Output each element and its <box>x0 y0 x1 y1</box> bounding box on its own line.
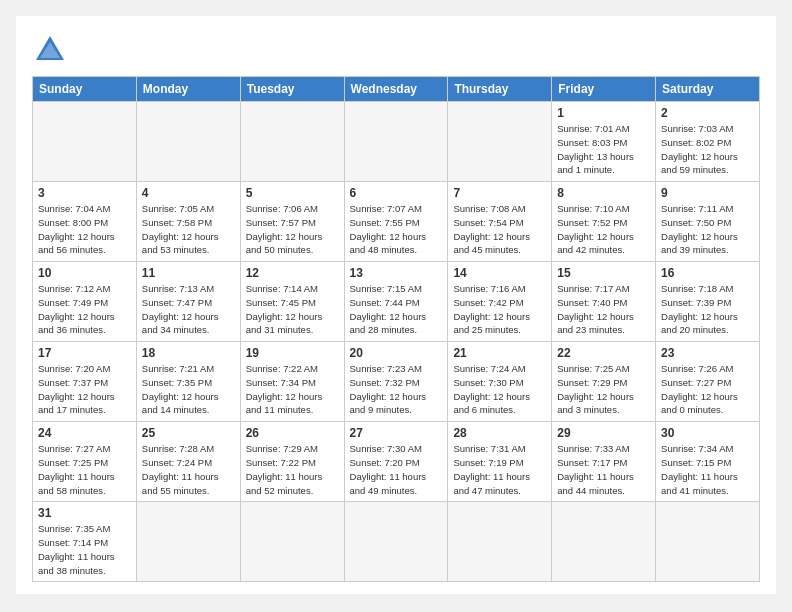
calendar-cell: 21Sunrise: 7:24 AM Sunset: 7:30 PM Dayli… <box>448 342 552 422</box>
sun-info: Sunrise: 7:16 AM Sunset: 7:42 PM Dayligh… <box>453 282 546 337</box>
sun-info: Sunrise: 7:17 AM Sunset: 7:40 PM Dayligh… <box>557 282 650 337</box>
calendar-week-row: 17Sunrise: 7:20 AM Sunset: 7:37 PM Dayli… <box>33 342 760 422</box>
calendar-cell: 15Sunrise: 7:17 AM Sunset: 7:40 PM Dayli… <box>552 262 656 342</box>
weekday-header: Thursday <box>448 77 552 102</box>
calendar-cell: 12Sunrise: 7:14 AM Sunset: 7:45 PM Dayli… <box>240 262 344 342</box>
calendar-cell: 20Sunrise: 7:23 AM Sunset: 7:32 PM Dayli… <box>344 342 448 422</box>
day-number: 18 <box>142 346 235 360</box>
calendar-cell: 16Sunrise: 7:18 AM Sunset: 7:39 PM Dayli… <box>656 262 760 342</box>
weekday-header: Monday <box>136 77 240 102</box>
day-number: 1 <box>557 106 650 120</box>
calendar-cell <box>136 502 240 582</box>
calendar-cell: 1Sunrise: 7:01 AM Sunset: 8:03 PM Daylig… <box>552 102 656 182</box>
day-number: 14 <box>453 266 546 280</box>
day-number: 29 <box>557 426 650 440</box>
day-number: 6 <box>350 186 443 200</box>
logo-icon <box>32 32 68 68</box>
calendar-week-row: 31Sunrise: 7:35 AM Sunset: 7:14 PM Dayli… <box>33 502 760 582</box>
sun-info: Sunrise: 7:30 AM Sunset: 7:20 PM Dayligh… <box>350 442 443 497</box>
sun-info: Sunrise: 7:08 AM Sunset: 7:54 PM Dayligh… <box>453 202 546 257</box>
logo <box>32 32 74 68</box>
sun-info: Sunrise: 7:07 AM Sunset: 7:55 PM Dayligh… <box>350 202 443 257</box>
sun-info: Sunrise: 7:35 AM Sunset: 7:14 PM Dayligh… <box>38 522 131 577</box>
day-number: 21 <box>453 346 546 360</box>
calendar-cell <box>552 502 656 582</box>
calendar-cell: 25Sunrise: 7:28 AM Sunset: 7:24 PM Dayli… <box>136 422 240 502</box>
calendar-cell <box>240 102 344 182</box>
sun-info: Sunrise: 7:23 AM Sunset: 7:32 PM Dayligh… <box>350 362 443 417</box>
calendar-cell: 7Sunrise: 7:08 AM Sunset: 7:54 PM Daylig… <box>448 182 552 262</box>
weekday-header: Wednesday <box>344 77 448 102</box>
calendar-cell: 23Sunrise: 7:26 AM Sunset: 7:27 PM Dayli… <box>656 342 760 422</box>
day-number: 4 <box>142 186 235 200</box>
calendar-week-row: 24Sunrise: 7:27 AM Sunset: 7:25 PM Dayli… <box>33 422 760 502</box>
sun-info: Sunrise: 7:01 AM Sunset: 8:03 PM Dayligh… <box>557 122 650 177</box>
calendar-cell: 17Sunrise: 7:20 AM Sunset: 7:37 PM Dayli… <box>33 342 137 422</box>
sun-info: Sunrise: 7:21 AM Sunset: 7:35 PM Dayligh… <box>142 362 235 417</box>
calendar-cell: 26Sunrise: 7:29 AM Sunset: 7:22 PM Dayli… <box>240 422 344 502</box>
day-number: 31 <box>38 506 131 520</box>
weekday-header: Tuesday <box>240 77 344 102</box>
day-number: 11 <box>142 266 235 280</box>
calendar-cell <box>33 102 137 182</box>
sun-info: Sunrise: 7:33 AM Sunset: 7:17 PM Dayligh… <box>557 442 650 497</box>
day-number: 9 <box>661 186 754 200</box>
sun-info: Sunrise: 7:34 AM Sunset: 7:15 PM Dayligh… <box>661 442 754 497</box>
weekday-header: Saturday <box>656 77 760 102</box>
sun-info: Sunrise: 7:18 AM Sunset: 7:39 PM Dayligh… <box>661 282 754 337</box>
day-number: 28 <box>453 426 546 440</box>
sun-info: Sunrise: 7:20 AM Sunset: 7:37 PM Dayligh… <box>38 362 131 417</box>
day-number: 12 <box>246 266 339 280</box>
calendar-cell <box>448 102 552 182</box>
calendar-week-row: 10Sunrise: 7:12 AM Sunset: 7:49 PM Dayli… <box>33 262 760 342</box>
day-number: 3 <box>38 186 131 200</box>
sun-info: Sunrise: 7:03 AM Sunset: 8:02 PM Dayligh… <box>661 122 754 177</box>
calendar-cell <box>448 502 552 582</box>
calendar-cell: 19Sunrise: 7:22 AM Sunset: 7:34 PM Dayli… <box>240 342 344 422</box>
day-number: 20 <box>350 346 443 360</box>
calendar-cell: 31Sunrise: 7:35 AM Sunset: 7:14 PM Dayli… <box>33 502 137 582</box>
calendar-cell: 27Sunrise: 7:30 AM Sunset: 7:20 PM Dayli… <box>344 422 448 502</box>
day-number: 13 <box>350 266 443 280</box>
sun-info: Sunrise: 7:22 AM Sunset: 7:34 PM Dayligh… <box>246 362 339 417</box>
calendar-table: SundayMondayTuesdayWednesdayThursdayFrid… <box>32 76 760 582</box>
calendar-cell: 13Sunrise: 7:15 AM Sunset: 7:44 PM Dayli… <box>344 262 448 342</box>
weekday-header: Friday <box>552 77 656 102</box>
sun-info: Sunrise: 7:04 AM Sunset: 8:00 PM Dayligh… <box>38 202 131 257</box>
calendar-week-row: 1Sunrise: 7:01 AM Sunset: 8:03 PM Daylig… <box>33 102 760 182</box>
day-number: 25 <box>142 426 235 440</box>
sun-info: Sunrise: 7:05 AM Sunset: 7:58 PM Dayligh… <box>142 202 235 257</box>
sun-info: Sunrise: 7:27 AM Sunset: 7:25 PM Dayligh… <box>38 442 131 497</box>
sun-info: Sunrise: 7:11 AM Sunset: 7:50 PM Dayligh… <box>661 202 754 257</box>
day-number: 27 <box>350 426 443 440</box>
day-number: 2 <box>661 106 754 120</box>
calendar-week-row: 3Sunrise: 7:04 AM Sunset: 8:00 PM Daylig… <box>33 182 760 262</box>
calendar-cell <box>344 102 448 182</box>
calendar-cell <box>344 502 448 582</box>
sun-info: Sunrise: 7:26 AM Sunset: 7:27 PM Dayligh… <box>661 362 754 417</box>
day-number: 30 <box>661 426 754 440</box>
sun-info: Sunrise: 7:14 AM Sunset: 7:45 PM Dayligh… <box>246 282 339 337</box>
calendar-cell: 4Sunrise: 7:05 AM Sunset: 7:58 PM Daylig… <box>136 182 240 262</box>
day-number: 23 <box>661 346 754 360</box>
calendar-cell: 14Sunrise: 7:16 AM Sunset: 7:42 PM Dayli… <box>448 262 552 342</box>
calendar-cell <box>240 502 344 582</box>
calendar-cell: 18Sunrise: 7:21 AM Sunset: 7:35 PM Dayli… <box>136 342 240 422</box>
sun-info: Sunrise: 7:10 AM Sunset: 7:52 PM Dayligh… <box>557 202 650 257</box>
day-number: 17 <box>38 346 131 360</box>
calendar-cell: 8Sunrise: 7:10 AM Sunset: 7:52 PM Daylig… <box>552 182 656 262</box>
calendar-cell: 9Sunrise: 7:11 AM Sunset: 7:50 PM Daylig… <box>656 182 760 262</box>
sun-info: Sunrise: 7:25 AM Sunset: 7:29 PM Dayligh… <box>557 362 650 417</box>
day-number: 16 <box>661 266 754 280</box>
sun-info: Sunrise: 7:29 AM Sunset: 7:22 PM Dayligh… <box>246 442 339 497</box>
calendar-cell: 28Sunrise: 7:31 AM Sunset: 7:19 PM Dayli… <box>448 422 552 502</box>
header <box>32 32 760 68</box>
calendar-cell <box>656 502 760 582</box>
day-number: 8 <box>557 186 650 200</box>
weekday-header: Sunday <box>33 77 137 102</box>
sun-info: Sunrise: 7:15 AM Sunset: 7:44 PM Dayligh… <box>350 282 443 337</box>
sun-info: Sunrise: 7:28 AM Sunset: 7:24 PM Dayligh… <box>142 442 235 497</box>
calendar-cell: 22Sunrise: 7:25 AM Sunset: 7:29 PM Dayli… <box>552 342 656 422</box>
day-number: 7 <box>453 186 546 200</box>
day-number: 19 <box>246 346 339 360</box>
